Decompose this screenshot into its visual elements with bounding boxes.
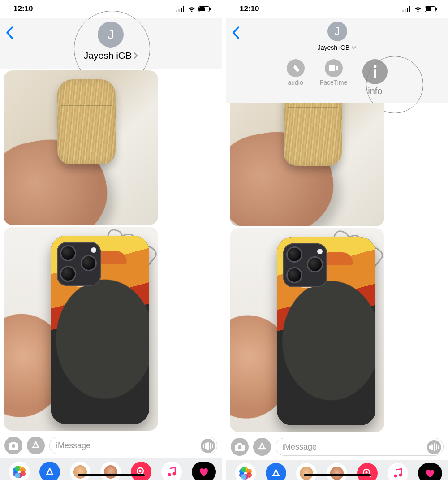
app-appstore[interactable] xyxy=(266,463,286,480)
chevron-left-icon xyxy=(232,26,240,39)
contact-tap-area[interactable]: J Jayesh iGB xyxy=(318,22,357,51)
message-image-2[interactable] xyxy=(230,228,384,432)
app-images-search[interactable] xyxy=(131,462,151,480)
svg-rect-0 xyxy=(176,10,177,12)
wifi-icon xyxy=(188,6,196,12)
svg-point-24 xyxy=(365,471,367,473)
status-indicators xyxy=(402,6,437,12)
home-indicator[interactable] xyxy=(78,474,145,476)
svg-point-25 xyxy=(394,474,397,477)
voice-memo-button[interactable] xyxy=(201,439,215,453)
voice-memo-button[interactable] xyxy=(427,440,441,454)
app-memoji[interactable] xyxy=(70,462,90,480)
conversation-header-expanded: J Jayesh iGB audio FaceTime in xyxy=(226,18,448,103)
message-input[interactable]: iMessage xyxy=(276,438,444,456)
message-input[interactable]: iMessage xyxy=(49,437,217,454)
home-indicator[interactable] xyxy=(304,474,371,476)
contact-avatar: J xyxy=(327,22,347,41)
appstore-icon xyxy=(44,467,55,477)
status-bar: 12:10 xyxy=(0,0,222,18)
cellular-icon xyxy=(402,6,411,12)
contact-actions: audio FaceTime info xyxy=(287,59,388,96)
status-time: 12:10 xyxy=(13,4,33,13)
apps-button[interactable] xyxy=(253,438,271,456)
app-music[interactable] xyxy=(388,463,408,480)
music-icon xyxy=(167,467,177,477)
music-icon xyxy=(393,468,403,479)
appstore-icon xyxy=(271,468,281,479)
status-bar: 12:10 xyxy=(226,0,448,18)
camera-button[interactable] xyxy=(4,437,22,454)
svg-rect-17 xyxy=(426,7,431,11)
heart-sticker-icon xyxy=(424,468,436,478)
contact-name: Jayesh iGB xyxy=(84,50,132,61)
chevron-left-icon xyxy=(5,26,13,39)
facetime-button[interactable]: FaceTime xyxy=(320,59,348,96)
svg-rect-19 xyxy=(329,65,335,71)
svg-rect-6 xyxy=(210,8,211,10)
animoji-icon xyxy=(330,467,344,480)
phone-right: 12:10 J Jayesh iGB aud xyxy=(226,0,448,480)
back-button[interactable] xyxy=(5,26,13,39)
wifi-icon xyxy=(414,6,422,12)
message-list[interactable] xyxy=(0,69,222,432)
svg-rect-1 xyxy=(178,9,180,12)
camera-button[interactable] xyxy=(231,438,249,456)
message-image-2[interactable] xyxy=(4,227,158,431)
app-animoji[interactable] xyxy=(327,463,347,480)
contact-name-row: Jayesh iGB xyxy=(318,44,357,51)
svg-point-11 xyxy=(172,472,176,475)
appstore-a-icon xyxy=(31,441,41,450)
status-time: 12:10 xyxy=(240,4,259,13)
app-memoji[interactable] xyxy=(296,463,317,480)
app-images-search[interactable] xyxy=(357,463,378,480)
app-drawer[interactable] xyxy=(0,458,222,480)
svg-point-9 xyxy=(139,470,141,472)
apps-button[interactable] xyxy=(27,437,45,454)
svg-rect-13 xyxy=(405,9,406,12)
contact-name: Jayesh iGB xyxy=(318,44,350,51)
svg-rect-2 xyxy=(181,8,182,12)
memoji-icon xyxy=(300,467,313,480)
svg-rect-15 xyxy=(409,6,410,12)
svg-point-10 xyxy=(168,473,171,476)
avatar-initial: J xyxy=(335,25,340,38)
phone-left: 12:10 J Jayesh iGB xyxy=(0,0,222,480)
memoji-icon xyxy=(73,465,87,479)
composer-bar: iMessage xyxy=(0,432,222,458)
info-button[interactable]: info xyxy=(362,59,388,96)
appstore-a-icon xyxy=(257,442,267,452)
app-sticker[interactable] xyxy=(418,463,442,480)
heart-sticker-icon xyxy=(198,467,210,477)
app-sticker[interactable] xyxy=(192,462,216,480)
chevron-down-icon xyxy=(351,46,357,49)
message-placeholder: iMessage xyxy=(56,441,90,450)
back-button[interactable] xyxy=(232,26,240,39)
info-label: info xyxy=(368,86,382,96)
phone-icon xyxy=(291,64,300,73)
avatar-initial: J xyxy=(108,27,114,42)
message-image-1[interactable] xyxy=(230,103,384,226)
message-image-1[interactable] xyxy=(4,70,158,225)
svg-point-26 xyxy=(399,473,402,476)
photos-icon xyxy=(13,466,26,478)
svg-rect-14 xyxy=(407,8,408,12)
app-music[interactable] xyxy=(161,462,182,480)
audio-call-button[interactable]: audio xyxy=(287,59,305,96)
cellular-icon xyxy=(176,6,185,12)
app-photos[interactable] xyxy=(235,463,256,480)
audio-label: audio xyxy=(288,79,303,86)
svg-rect-3 xyxy=(183,6,184,12)
composer-bar: iMessage xyxy=(226,434,448,460)
contact-name-row: Jayesh iGB xyxy=(84,50,138,61)
status-indicators xyxy=(176,6,211,12)
app-drawer[interactable] xyxy=(226,460,448,480)
contact-tap-area[interactable]: J Jayesh iGB xyxy=(84,22,138,61)
message-list[interactable] xyxy=(226,102,448,434)
app-appstore[interactable] xyxy=(39,462,60,480)
facetime-label: FaceTime xyxy=(320,79,348,86)
contact-avatar: J xyxy=(98,22,124,48)
app-photos[interactable] xyxy=(9,462,30,480)
app-animoji[interactable] xyxy=(100,462,121,480)
chevron-right-icon xyxy=(134,52,138,59)
